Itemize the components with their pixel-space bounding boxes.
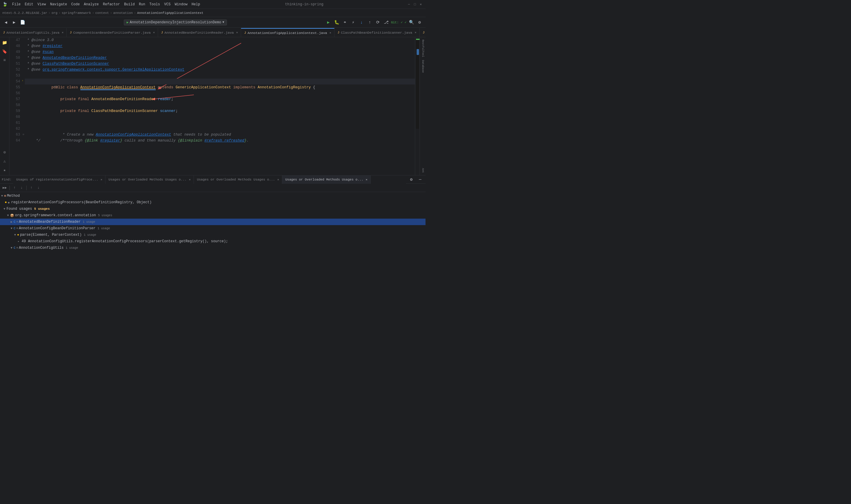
maximize-button[interactable]: □ bbox=[413, 2, 417, 7]
search-everywhere-button[interactable]: 🔍 bbox=[408, 19, 415, 26]
debug-button[interactable]: 🐛 bbox=[333, 19, 340, 26]
tree-annotation-config-parser[interactable]: ▼ C m AnnotationConfigBeanDefinitionPars… bbox=[0, 225, 426, 232]
run-button[interactable]: ▶ bbox=[325, 19, 332, 26]
prev-occurrence-button[interactable]: ↑ bbox=[29, 185, 34, 191]
menu-code[interactable]: Code bbox=[69, 2, 82, 7]
git-push-button[interactable]: ↑ bbox=[366, 19, 373, 26]
error-indicator-ok bbox=[416, 39, 420, 40]
next-occurrence-button[interactable]: ↓ bbox=[35, 185, 41, 191]
back-button[interactable]: ◀ bbox=[2, 19, 10, 26]
panel-ant[interactable]: Ant bbox=[421, 167, 425, 174]
bc-context[interactable]: context bbox=[95, 11, 109, 15]
git-update-button[interactable]: ↓ bbox=[358, 19, 365, 26]
minimize-button[interactable]: ─ bbox=[406, 2, 411, 7]
find-close-button[interactable]: ─ bbox=[417, 176, 424, 183]
scroll-up-button[interactable]: ↑ bbox=[12, 185, 17, 191]
tab-annot-more[interactable]: J Annot... ✕ bbox=[420, 28, 426, 37]
menu-tools[interactable]: Tools bbox=[148, 2, 162, 7]
tab-close-3[interactable]: ✕ bbox=[236, 31, 238, 34]
menu-file[interactable]: File bbox=[10, 2, 22, 7]
tree-code-49[interactable]: ▸ 49 AnnotationConfigUtils.registerAnnot… bbox=[0, 238, 426, 245]
bc-jar[interactable]: ntext-5.2.2.RELEASE.jar bbox=[2, 11, 47, 15]
settings-button[interactable]: ⚙ bbox=[416, 19, 423, 26]
tab-close-2[interactable]: ✕ bbox=[153, 31, 155, 34]
sidebar-structure[interactable]: ≡ bbox=[1, 56, 9, 65]
class-badge-icon-parser: m bbox=[17, 227, 18, 230]
tab-annotation-config-utils[interactable]: J AnnotationConfigUtils.java ✕ bbox=[0, 28, 67, 37]
gutter-bulb-icon[interactable]: 💡 bbox=[22, 78, 24, 85]
panel-database[interactable]: Database bbox=[421, 59, 425, 74]
find-tab-close-3[interactable]: ✕ bbox=[277, 178, 279, 181]
coverage-button[interactable]: ☂ bbox=[341, 19, 348, 26]
tree-parse-method[interactable]: ▼ ● parse(Element, ParserContext) 1 usag… bbox=[0, 232, 426, 238]
config-dropdown-arrow[interactable]: ▼ bbox=[222, 21, 224, 24]
window-controls[interactable]: ─ □ ✕ bbox=[406, 2, 423, 7]
find-label: Find: bbox=[2, 178, 12, 181]
find-tab-4[interactable]: Usages or Overloaded Methods Usages o...… bbox=[282, 176, 370, 184]
menu-vcs[interactable]: VCS bbox=[163, 2, 173, 7]
menu-run[interactable]: Run bbox=[137, 2, 147, 7]
tree-register-method-2[interactable]: ▼ ● registerAnnotationConfigProcessors(B… bbox=[0, 251, 426, 252]
find-tab-close-4[interactable]: ✕ bbox=[366, 178, 367, 181]
tab-icon-6: J bbox=[422, 31, 424, 34]
breadcrumb: ntext-5.2.2.RELEASE.jar › org › springfr… bbox=[0, 9, 426, 17]
gutter-breakpoint-icon[interactable]: ○ bbox=[22, 132, 24, 138]
expand-all-button[interactable]: ▶▶ bbox=[2, 185, 8, 191]
tree-method-section[interactable]: ▼ m Method bbox=[0, 193, 426, 199]
code-content[interactable]: * @since 3.0 * @see #register * @see #sc… bbox=[22, 37, 415, 175]
find-tab-2[interactable]: Usages or Overloaded Methods Usages o...… bbox=[106, 176, 194, 184]
tab-annotation-config-ctx[interactable]: J AnnotationConfigApplicationContext.jav… bbox=[241, 28, 334, 37]
editor-scrollbar[interactable] bbox=[415, 37, 420, 175]
menu-analyze[interactable]: Analyze bbox=[82, 2, 101, 7]
code-editor[interactable]: 47 48 49 50 51 52 53 54 55 56 57 58 59 6… bbox=[10, 37, 415, 175]
git-history-button[interactable]: ⟳ bbox=[374, 19, 381, 26]
code-line-61: ▼ ○ /** bbox=[25, 120, 415, 126]
find-tab-1[interactable]: Usages of registerAnnotationConfigProce.… bbox=[13, 176, 106, 184]
find-tab-3[interactable]: Usages or Overloaded Methods Usages o...… bbox=[194, 176, 282, 184]
find-tab-close-2[interactable]: ✕ bbox=[189, 178, 191, 181]
menu-build[interactable]: Build bbox=[122, 2, 137, 7]
menu-bar[interactable]: File Edit View Navigate Code Analyze Ref… bbox=[10, 2, 202, 7]
sidebar-project[interactable]: 📁 bbox=[1, 38, 9, 47]
ln-61: 61 bbox=[10, 120, 20, 126]
menu-navigate[interactable]: Navigate bbox=[48, 2, 69, 7]
forward-button[interactable]: ▶ bbox=[11, 19, 18, 26]
tree-annotation-config-utils[interactable]: ▼ C m AnnotationConfigUtils 1 usage bbox=[0, 245, 426, 251]
menu-window[interactable]: Window bbox=[173, 2, 189, 7]
bc-class[interactable]: AnnotationConfigApplicationContext bbox=[137, 11, 203, 15]
find-tab-close-1[interactable]: ✕ bbox=[101, 178, 102, 181]
tab-annotated-bean-def-reader[interactable]: J AnnotatedBeanDefinitionReader.java ✕ bbox=[158, 28, 241, 37]
bc-org[interactable]: org bbox=[51, 11, 57, 15]
sidebar-commit[interactable]: ⊙ bbox=[1, 148, 9, 156]
scroll-thumb[interactable] bbox=[417, 49, 419, 55]
menu-view[interactable]: View bbox=[36, 2, 48, 7]
tab-close-5[interactable]: ✕ bbox=[415, 31, 416, 34]
panel-restful-tool[interactable]: RestfulTool bbox=[421, 38, 425, 58]
sidebar-favorites[interactable]: ★ bbox=[1, 166, 9, 174]
close-button[interactable]: ✕ bbox=[418, 2, 423, 7]
find-bar: Find: Usages of registerAnnotationConfig… bbox=[0, 176, 426, 184]
recent-files-button[interactable]: 📄 bbox=[19, 19, 26, 26]
ln-50: 50 bbox=[10, 55, 20, 61]
menu-edit[interactable]: Edit bbox=[23, 2, 35, 7]
bc-springframework[interactable]: springframework bbox=[62, 11, 91, 15]
menu-refactor[interactable]: Refactor bbox=[101, 2, 122, 7]
tab-close-1[interactable]: ✕ bbox=[62, 31, 64, 34]
tree-found-usages[interactable]: ▼ Found usages 5 usages bbox=[0, 205, 426, 212]
sidebar-bookmark[interactable]: 🔖 bbox=[1, 47, 9, 56]
bc-sep-3: › bbox=[92, 11, 94, 15]
tab-close-4[interactable]: ✕ bbox=[329, 31, 331, 35]
tab-component-scan[interactable]: J ComponentScanBeanDefinitionParser.java… bbox=[67, 28, 158, 37]
tree-package[interactable]: ▼ 📦 org.springframework.context.annotati… bbox=[0, 212, 426, 219]
run-config-dropdown[interactable]: ▶ AnnotationDependencyInjectionResolutio… bbox=[124, 19, 227, 25]
sidebar-problems[interactable]: ⚠ bbox=[1, 157, 9, 165]
bc-annotation[interactable]: annotation bbox=[113, 11, 133, 15]
git-branch-button[interactable]: ⎇ bbox=[383, 19, 390, 26]
scroll-down-button[interactable]: ↓ bbox=[19, 185, 24, 191]
menu-help[interactable]: Help bbox=[190, 2, 202, 7]
tree-annotated-bean-reader[interactable]: ▶ C m AnnotatedBeanDefinitionReader 1 us… bbox=[0, 219, 426, 225]
find-settings-button[interactable]: ⚙ bbox=[408, 176, 415, 183]
tab-classpath-scanner[interactable]: J ClassPathBeanDefinitionScanner.java ✕ bbox=[334, 28, 420, 37]
tree-register-method[interactable]: ● ◆ registerAnnotationConfigProcessors(B… bbox=[0, 199, 426, 205]
profiler-button[interactable]: ⚡ bbox=[349, 19, 357, 26]
